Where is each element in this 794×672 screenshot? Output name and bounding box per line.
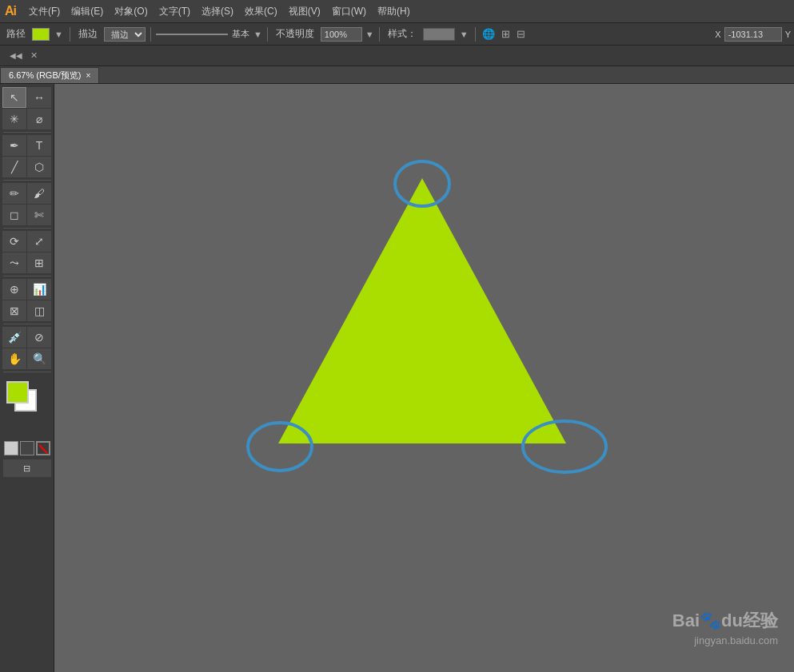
style-label: 样式： [385, 27, 420, 41]
blend-tool[interactable]: ⊘ [27, 327, 51, 348]
color-mode-row [4, 441, 50, 455]
menu-file[interactable]: 文件(F) [24, 3, 65, 20]
menu-effect[interactable]: 效果(C) [240, 3, 282, 20]
fill-icon: ▼ [53, 30, 65, 39]
eyedropper-tool[interactable]: 💉 [2, 327, 26, 348]
grid-icon[interactable]: ⊞ [500, 28, 512, 40]
menu-edit[interactable]: 编辑(E) [66, 3, 108, 20]
menu-text[interactable]: 文字(T) [154, 3, 195, 20]
direct-select-tool[interactable]: ↔ [27, 87, 51, 108]
color-area [3, 378, 51, 415]
brush-tool[interactable]: 🖌 [27, 183, 51, 204]
foreground-color-swatch[interactable] [6, 381, 29, 404]
tab-label: 6.67% (RGB/预览) [9, 70, 81, 82]
stroke-basic-label: 基本 [229, 28, 252, 40]
select-tool[interactable]: ↖ [2, 87, 26, 108]
panel-collapse-left[interactable]: ◀◀ [6, 51, 26, 60]
lasso-tool[interactable]: ⌀ [27, 109, 51, 129]
pencil-tool[interactable]: ✏ [2, 183, 26, 204]
tab-close-btn[interactable]: × [86, 71, 90, 80]
y-label: Y [785, 30, 791, 39]
pen-tool[interactable]: ✒ [2, 135, 26, 156]
main-triangle[interactable] [278, 178, 566, 443]
free-transform-tool[interactable]: ⊞ [27, 252, 51, 273]
menu-bar: 文件(F) 编辑(E) 对象(O) 文字(T) 选择(S) 效果(C) 视图(V… [24, 3, 415, 20]
black-mode-btn[interactable] [20, 441, 34, 455]
stroke-dropdown[interactable]: 描边 [104, 27, 146, 42]
stroke-dropdown-icon[interactable]: ▼ [253, 30, 262, 39]
tab-bar: 6.67% (RGB/预览) × [0, 66, 794, 84]
tool-row-6: ◻ ✄ [2, 205, 53, 225]
panel-close-icon[interactable]: ✕ [30, 50, 38, 61]
watermark-brand: Bai🐾du经验 [672, 609, 778, 634]
fill-color-swatch[interactable] [32, 28, 50, 41]
vertex-circle-bottom-right[interactable] [523, 421, 606, 472]
ai-logo: Ai [5, 4, 16, 18]
extra-tools-row: ⊟ [3, 459, 51, 477]
toolbar-sep4 [379, 27, 380, 42]
opacity-input[interactable] [321, 27, 362, 42]
tool-sep-4 [3, 276, 51, 276]
tool-sep-3 [3, 228, 51, 229]
tool-sep-2 [3, 180, 51, 181]
scissors-tool[interactable]: ✄ [27, 205, 51, 225]
graph-tool[interactable]: 📊 [27, 279, 51, 300]
menu-help[interactable]: 帮助(H) [373, 3, 415, 20]
artboard-tool[interactable]: ⊟ [3, 459, 51, 477]
style-swatch[interactable] [423, 28, 455, 41]
canvas-area[interactable]: Bai🐾du经验 jingyan.baidu.com [54, 84, 794, 672]
tool-row-10: ⊠ ◫ [2, 300, 53, 321]
grayscale-mode-btn[interactable] [4, 441, 18, 455]
align-icon[interactable]: ⊟ [515, 28, 527, 40]
menu-view[interactable]: 视图(V) [284, 3, 325, 20]
tool-sep-5 [3, 324, 51, 324]
tool-row-12: ✋ 🔍 [2, 348, 53, 369]
stroke-preview [156, 34, 228, 35]
shape-tool[interactable]: ⬡ [27, 157, 51, 177]
title-bar: Ai 文件(F) 编辑(E) 对象(O) 文字(T) 选择(S) 效果(C) 视… [0, 0, 794, 23]
opacity-dropdown-icon[interactable]: ▼ [365, 30, 374, 39]
tool-row-2: ✳ ⌀ [2, 109, 53, 129]
document-tab[interactable]: 6.67% (RGB/预览) × [0, 67, 99, 83]
line-tool[interactable]: ╱ [2, 157, 26, 177]
magic-wand-tool[interactable]: ✳ [2, 109, 26, 129]
tool-sep-1 [3, 132, 51, 133]
no-color-btn[interactable] [36, 441, 50, 455]
gradient-tool[interactable]: ◫ [27, 300, 51, 321]
toolbar-separator [70, 27, 70, 42]
watermark: Bai🐾du经验 jingyan.baidu.com [672, 609, 778, 648]
mesh-tool[interactable]: ⊠ [2, 300, 26, 321]
eraser-tool[interactable]: ◻ [2, 205, 26, 225]
fg-bg-swatch[interactable] [6, 381, 42, 412]
hand-tool[interactable]: ✋ [2, 348, 26, 369]
tool-row-9: ⊕ 📊 [2, 279, 53, 300]
text-tool[interactable]: T [27, 135, 51, 156]
zoom-tool[interactable]: 🔍 [27, 348, 51, 369]
x-input[interactable] [724, 27, 782, 42]
path-bar: ◀◀ ✕ [0, 46, 794, 66]
scale-tool[interactable]: ⤢ [27, 231, 51, 252]
main-canvas [54, 84, 794, 672]
menu-object[interactable]: 对象(O) [110, 3, 152, 20]
warp-tool[interactable]: ⤳ [2, 252, 26, 273]
tool-row-11: 💉 ⊘ [2, 327, 53, 348]
vertex-circle-bottom-left[interactable] [248, 423, 312, 471]
toolbar-sep3 [267, 27, 268, 42]
tool-sep-6 [3, 372, 51, 372]
toolbar-sep5 [475, 27, 476, 42]
watermark-url: jingyan.baidu.com [672, 634, 778, 648]
main-layout: ↖ ↔ ✳ ⌀ ✒ T ╱ ⬡ ✏ 🖌 ◻ ✄ ⟳ ⤢ ⤳ [0, 84, 794, 672]
x-label: X [715, 30, 720, 39]
globe-icon[interactable]: 🌐 [481, 28, 497, 40]
toolbar-sep2 [150, 27, 151, 42]
style-dropdown-icon[interactable]: ▼ [458, 30, 470, 39]
stroke-label: 描边 [75, 27, 101, 41]
tool-row-8: ⤳ ⊞ [2, 252, 53, 273]
menu-select[interactable]: 选择(S) [197, 3, 238, 20]
rotate-tool[interactable]: ⟳ [2, 231, 26, 252]
menu-window[interactable]: 窗口(W) [327, 3, 371, 20]
left-toolbar: ↖ ↔ ✳ ⌀ ✒ T ╱ ⬡ ✏ 🖌 ◻ ✄ ⟳ ⤢ ⤳ [0, 84, 54, 672]
path-label: 路径 [3, 27, 29, 41]
symbol-tool[interactable]: ⊕ [2, 279, 26, 300]
tool-row-3: ✒ T [2, 135, 53, 156]
